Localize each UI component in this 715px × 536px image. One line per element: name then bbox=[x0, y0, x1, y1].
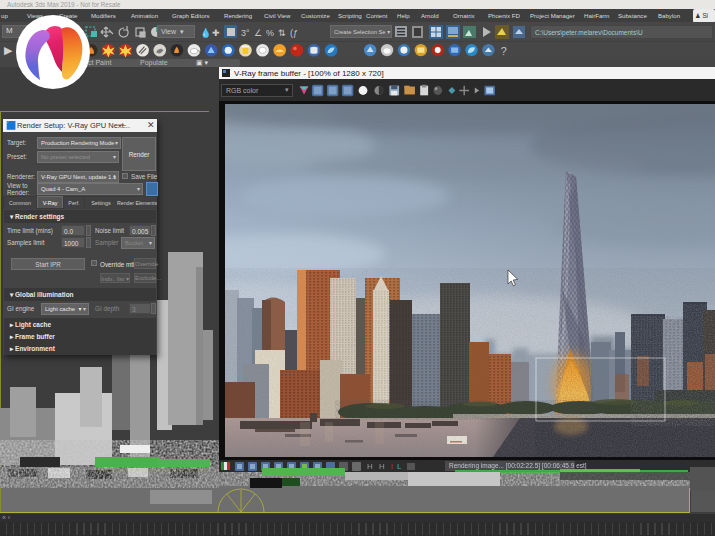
svg-text:(ƒ: (ƒ bbox=[290, 28, 298, 38]
svg-text:?: ? bbox=[501, 45, 507, 57]
svg-text:∠: ∠ bbox=[254, 28, 262, 38]
svg-text:%: % bbox=[266, 28, 274, 38]
svg-text:⇅: ⇅ bbox=[278, 28, 286, 38]
svg-text:3°: 3° bbox=[241, 28, 250, 38]
svg-text:💧: 💧 bbox=[200, 27, 212, 39]
svg-text:✚: ✚ bbox=[212, 28, 220, 38]
